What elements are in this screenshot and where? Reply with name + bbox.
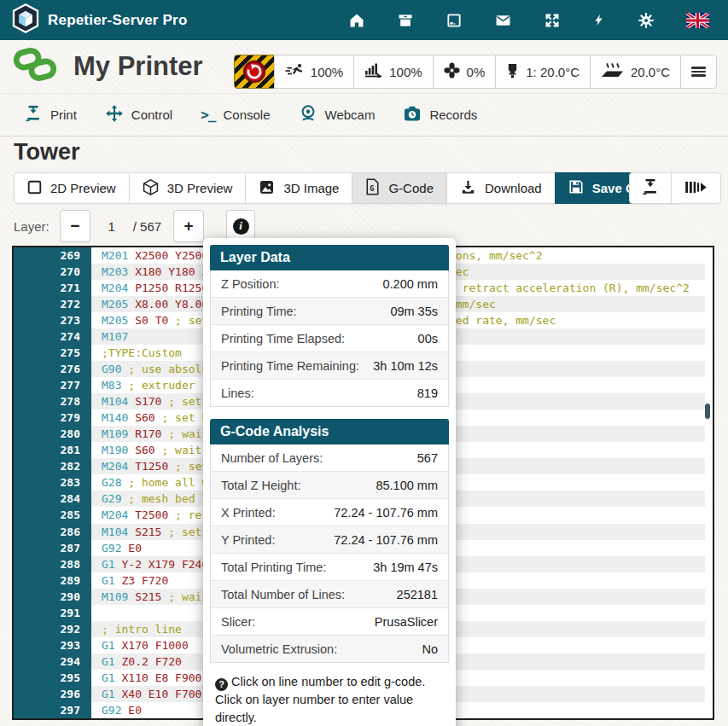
extruder-icon: [506, 63, 519, 81]
speed-multiplier-button[interactable]: 100%: [274, 55, 354, 89]
tab-webcam-label: Webcam: [325, 107, 376, 122]
app-logo-icon[interactable]: [12, 3, 39, 37]
gcode-line-number[interactable]: 276: [14, 361, 91, 377]
mail-icon[interactable]: [494, 12, 512, 29]
fullscreen-icon[interactable]: [544, 12, 561, 29]
layer-data-section: Layer Data Z Position:0.200 mmPrinting T…: [210, 245, 449, 407]
stat-row: Printing Time Remaining:3h 10m 12s: [211, 351, 448, 379]
gcode-line-number[interactable]: 292: [14, 621, 91, 637]
gcode-line-number[interactable]: 286: [14, 524, 91, 540]
stat-label: Volumetric Extrusion:: [221, 642, 337, 656]
tab-records[interactable]: Records: [403, 105, 477, 125]
flow-value: 100%: [389, 65, 422, 79]
3d-preview-button[interactable]: 3D Preview: [129, 172, 247, 204]
3d-preview-label: 3D Preview: [167, 181, 233, 195]
info-icon: i: [233, 218, 249, 235]
image-icon: [259, 179, 275, 198]
gcode-line-number[interactable]: 282: [14, 458, 91, 474]
2d-preview-button[interactable]: 2D Preview: [14, 172, 130, 204]
printer-tabs: Print Control >_ Console Webcam Records: [0, 94, 728, 136]
layer-decrement-button[interactable]: −: [60, 210, 90, 242]
gcode-line-number[interactable]: 296: [14, 686, 91, 702]
gcode-line-number[interactable]: 291: [14, 605, 91, 621]
download-icon: [460, 179, 476, 198]
extruder-temp-value: 1: 20.0°C: [526, 65, 579, 79]
continue-from-layer-button[interactable]: [671, 172, 721, 204]
flow-multiplier-button[interactable]: 100%: [353, 55, 433, 89]
model-title: Tower: [14, 139, 80, 166]
gcode-line-number[interactable]: 297: [14, 702, 91, 718]
gcode-line-number[interactable]: 272: [14, 296, 91, 312]
gcode-button[interactable]: G G-Code: [352, 172, 447, 204]
stat-label: Slicer:: [221, 615, 255, 629]
layer-current-value[interactable]: 1: [90, 219, 133, 234]
bed-temp-button[interactable]: 20.0°C: [590, 55, 681, 89]
fan-button[interactable]: 0%: [433, 55, 497, 89]
gcode-line-number[interactable]: 284: [14, 491, 91, 507]
gcode-line-number[interactable]: 285: [14, 507, 91, 523]
tab-webcam[interactable]: Webcam: [299, 104, 376, 125]
print-icon: [24, 105, 43, 125]
bed-temp-value: 20.0°C: [631, 65, 670, 79]
stat-row: X Printed:72.24 - 107.76 mm: [211, 498, 448, 526]
save-floppy-icon: [568, 179, 584, 197]
gcode-line-number[interactable]: 283: [14, 474, 91, 491]
gcode-line-number[interactable]: 275: [14, 345, 91, 361]
gcode-line-number[interactable]: 280: [14, 426, 91, 442]
print-model-button[interactable]: [629, 172, 672, 204]
speed-icon: [285, 63, 304, 80]
stat-label: Printing Time Elapsed:: [221, 332, 345, 346]
tab-print[interactable]: Print: [24, 105, 77, 125]
gcode-line-number[interactable]: 288: [14, 556, 91, 572]
gcode-scrollbar-thumb[interactable]: [705, 404, 710, 419]
hamburger-icon: [691, 65, 706, 78]
gcode-line-number[interactable]: 274: [14, 328, 91, 345]
print-frame-icon[interactable]: [446, 12, 463, 29]
printer-menu-button[interactable]: [680, 55, 717, 89]
stat-row: Volumetric Extrusion:No: [211, 635, 448, 662]
printer-link-icon: [14, 44, 56, 89]
gcode-line-number[interactable]: 277: [14, 377, 91, 393]
stat-label: Total Printing Time:: [221, 560, 326, 574]
gcode-line-number[interactable]: 290: [14, 589, 91, 605]
gcode-line-number[interactable]: 281: [14, 442, 91, 458]
gcode-line-number[interactable]: 278: [14, 393, 91, 409]
gcode-line-number[interactable]: 273: [14, 312, 91, 328]
tab-console-label: Console: [223, 107, 270, 122]
speed-value: 100%: [311, 65, 343, 79]
gcode-line-number[interactable]: 270: [14, 264, 91, 280]
uk-flag-icon[interactable]: [686, 13, 709, 28]
navbar-icons: [348, 11, 716, 29]
3d-image-button[interactable]: 3D Image: [245, 172, 352, 204]
download-button[interactable]: Download: [446, 172, 556, 204]
extruder-temp-button[interactable]: 1: 20.0°C: [495, 55, 591, 89]
gcode-line-number[interactable]: 279: [14, 409, 91, 426]
popup-help-text: Click on line number to edit g-code. Cli…: [215, 675, 425, 724]
move-arrows-icon: [105, 104, 124, 125]
emergency-stop-button[interactable]: [234, 55, 275, 89]
gcode-line-number[interactable]: 287: [14, 540, 91, 556]
stat-value: 72.24 - 107.76 mm: [334, 506, 438, 520]
stat-label: Z Position:: [221, 277, 280, 291]
stat-label: Number of Layers:: [221, 451, 323, 465]
gcode-line-number[interactable]: 269: [14, 247, 91, 264]
stat-row: Number of Layers:567: [211, 444, 448, 471]
heated-bed-icon: [601, 62, 624, 81]
stat-row: Slicer:PrusaSlicer: [211, 607, 448, 635]
power-icon[interactable]: [592, 11, 606, 29]
layer-increment-button[interactable]: +: [173, 210, 204, 242]
tab-control[interactable]: Control: [105, 104, 172, 125]
gcode-line-number[interactable]: 271: [14, 280, 91, 296]
settings-icon[interactable]: [638, 12, 655, 29]
gcode-line-number[interactable]: 289: [14, 572, 91, 589]
layer-info-popup: Layer Data Z Position:0.200 mmPrinting T…: [203, 238, 456, 726]
stat-label: Printing Time:: [221, 305, 297, 318]
tab-console[interactable]: >_ Console: [201, 107, 270, 123]
gcode-line-number[interactable]: 295: [14, 670, 91, 686]
home-icon[interactable]: [348, 12, 365, 29]
gcode-line-number[interactable]: 293: [14, 637, 91, 653]
archive-icon[interactable]: [397, 12, 414, 29]
svg-text:G: G: [370, 184, 375, 193]
layer-total: / 567: [133, 219, 161, 234]
gcode-line-number[interactable]: 294: [14, 653, 91, 670]
